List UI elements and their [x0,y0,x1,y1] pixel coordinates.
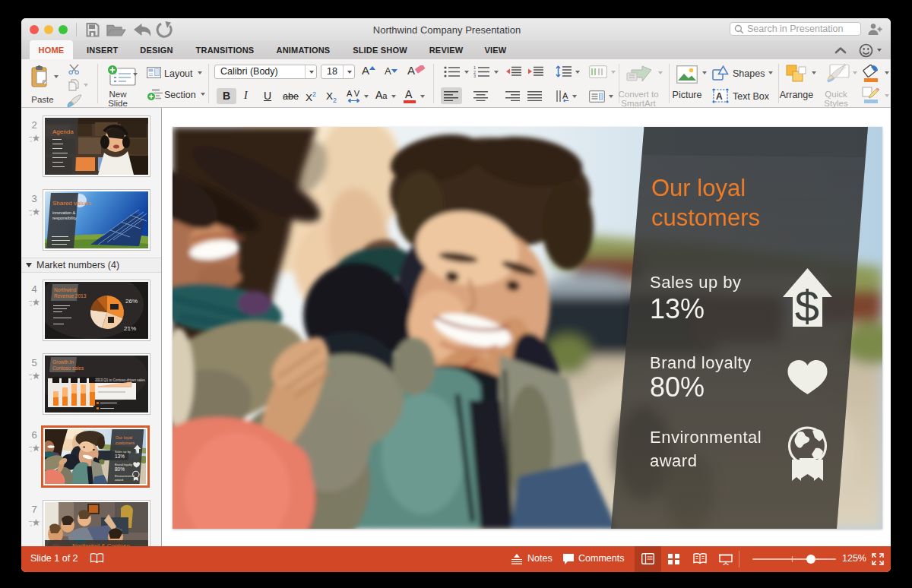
svg-text:Growth in: Growth in [52,359,74,365]
svg-text:$: $ [795,281,819,330]
svg-text:80%: 80% [115,466,125,472]
svg-text:Contoso sales: Contoso sales [52,365,84,371]
svg-text:innovation &: innovation & [52,210,76,215]
svg-text:customers: customers [116,441,135,445]
svg-text:Revenue 2013: Revenue 2013 [54,293,87,299]
svg-text:21%: 21% [124,325,136,332]
svg-text:responsibility: responsibility [52,216,77,220]
svg-text:Northwind: Northwind [54,287,77,292]
svg-text:2013 Q1 to Contoso-driven sale: 2013 Q1 to Contoso-driven sales [95,378,146,382]
svg-text:26%: 26% [125,298,138,305]
svg-text:award: award [115,478,123,482]
svg-text:13%: 13% [115,454,125,459]
svg-text:A: A [562,91,568,100]
svg-text:Our loyal: Our loyal [116,435,132,440]
svg-text:3: 3 [473,74,476,77]
svg-text:A: A [716,91,723,102]
svg-text:Shared values: Shared values [52,200,91,207]
svg-text:Agenda: Agenda [52,128,74,135]
svg-text:$: $ [135,449,137,454]
